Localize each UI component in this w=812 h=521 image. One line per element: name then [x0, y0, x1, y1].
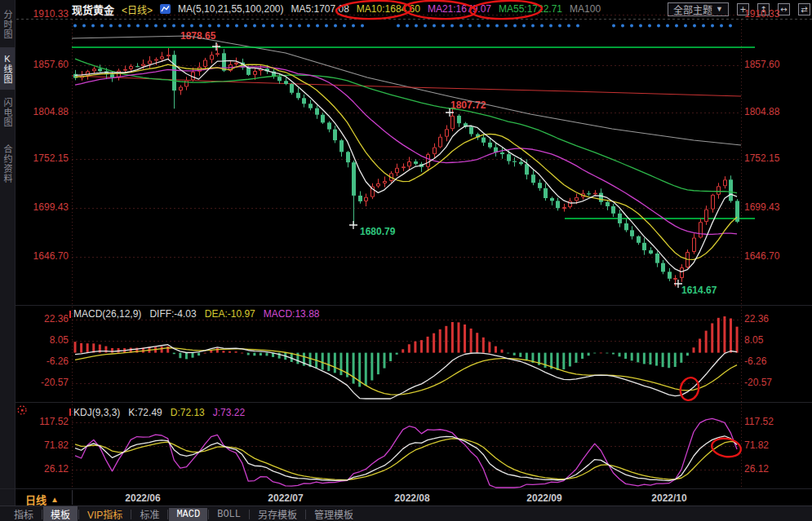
tab-save-template[interactable]: 另存模板	[251, 506, 304, 521]
ma5-value: MA5:1707.08	[291, 3, 348, 15]
macd-diff-value: DIFF:-4.03	[149, 308, 196, 320]
ma-config-label: MA(5,10,21,55,100,200)	[178, 3, 283, 15]
panel-toggle-icon[interactable]: ⇄	[798, 3, 810, 15]
x-axis-date-label: 2022/07	[253, 492, 318, 504]
tab-separator	[208, 510, 209, 519]
tab-separator	[249, 510, 250, 519]
symbol-name: 现货黄金	[72, 2, 114, 17]
y-axis-label-right: 1752.15	[744, 152, 779, 164]
sidebar-item-lightning[interactable]: 闪电图	[0, 93, 15, 132]
sidebar-item-timeshare[interactable]: 分时图	[0, 5, 15, 44]
price-annotation: 1807.72	[450, 99, 486, 111]
y-axis-label-right: 71.82	[744, 439, 769, 451]
y-axis-label-left: -6.26	[16, 355, 69, 367]
x-axis-date-label: 2022/10	[637, 492, 702, 504]
tab-boll[interactable]: BOLL	[210, 508, 248, 521]
macd-macd-value: MACD:13.88	[264, 308, 320, 320]
tab-standard[interactable]: 标准	[132, 506, 166, 521]
y-axis-label-left: 1646.70	[16, 250, 69, 262]
y-axis-label-left: 1804.88	[16, 106, 69, 117]
kdj-j-value: J:73.22	[213, 407, 245, 418]
y-axis-label-right: 1646.70	[744, 250, 779, 262]
ma10-value: MA10:1684.60	[357, 3, 420, 15]
macd-params: MACD(26,12,9)	[73, 308, 141, 320]
price-annotation: 1614.67	[681, 285, 717, 296]
chevron-down-icon: ▼	[716, 5, 723, 13]
kdj-k-value: K:72.49	[128, 407, 162, 418]
y-axis-label-right: 22.36	[744, 313, 769, 325]
chart-type-icon[interactable]	[160, 4, 171, 14]
ma55-value: MA55:1722.71	[499, 3, 562, 15]
tab-manage-templates[interactable]: 管理模板	[307, 506, 361, 521]
tab-separator	[78, 510, 79, 519]
ma100-label: MA100	[570, 3, 601, 15]
y-axis-label-left: 1699.43	[16, 201, 69, 213]
period-tag: <日线>	[122, 2, 153, 16]
y-axis-label-left: 1857.60	[16, 59, 69, 70]
tab-vip-indicators[interactable]: VIP指标	[80, 506, 130, 521]
kdj-panel-header: KDJ(9,3,3) K:72.49 D:72.13 J:73.22	[73, 407, 245, 418]
macd-panel-header: MACD(26,12,9) DIFF:-4.03 DEA:-10.97 MACD…	[73, 308, 319, 320]
tab-separator	[305, 510, 306, 519]
theme-selector-button[interactable]: 全部主题 ▼	[668, 2, 729, 16]
chart-header: 现货黄金 <日线> MA(5,10,21,55,100,200) MA5:170…	[72, 0, 810, 18]
tab-separator	[131, 510, 131, 519]
x-axis-date-label: 2022/06	[110, 492, 175, 504]
trading-app-window: 分时图 K线图 闪电图 合约资料 现货黄金 <日线> MA(5,10,21,55…	[0, 0, 812, 521]
y-axis-label-left: -20.57	[16, 377, 69, 388]
y-axis-label-left: 22.36	[16, 313, 69, 325]
left-sidebar: 分时图 K线图 闪电图 合约资料	[0, 0, 16, 506]
ma21-value: MA21:1679.07	[428, 3, 491, 15]
price-annotation: 1680.79	[360, 226, 395, 237]
price-annotation: 1878.65	[180, 30, 215, 42]
triangle-up-icon: ▲	[51, 495, 59, 504]
sidebar-item-contract-info[interactable]: 合约资料	[0, 135, 15, 192]
y-axis-label-right: 1857.60	[744, 59, 779, 70]
tab-templates[interactable]: 模板	[43, 506, 78, 521]
y-axis-label-right: -20.57	[744, 377, 772, 388]
y-axis-label-left: 117.52	[16, 416, 69, 427]
theme-button-label: 全部主题	[673, 2, 712, 16]
y-axis-label-right: 117.52	[744, 416, 774, 427]
y-axis-label-left: 1752.15	[16, 152, 69, 164]
y-axis-label-left: 71.82	[16, 439, 69, 451]
tab-macd[interactable]: MACD	[169, 508, 207, 521]
kdj-d-value: D:72.13	[171, 407, 205, 418]
y-axis-label-right: 1910.33	[744, 8, 779, 20]
macd-dea-value: DEA:-10.97	[205, 308, 255, 320]
x-axis-date-label: 2022/08	[379, 492, 445, 504]
tab-separator	[42, 510, 42, 519]
y-axis-label-left: 1910.33	[16, 8, 69, 20]
y-axis-label-right: 8.05	[744, 334, 763, 346]
y-axis-label-right: -6.26	[744, 355, 766, 367]
y-axis-label-right: 1699.43	[744, 201, 779, 213]
y-axis-label-left: 26.12	[16, 463, 69, 475]
y-axis-label-right: 26.12	[744, 463, 769, 475]
tab-indicators[interactable]: 指标	[7, 506, 41, 521]
kdj-params: KDJ(9,3,3)	[73, 407, 120, 418]
x-axis-date-label: 2022/09	[512, 492, 577, 504]
y-axis-label-left: 8.05	[16, 334, 69, 346]
sidebar-item-kline[interactable]: K线图	[0, 47, 15, 90]
y-axis-label-right: 1804.88	[744, 106, 779, 117]
tab-separator	[167, 510, 168, 519]
bottom-tab-bar: 指标 模板 VIP指标 标准 MACD BOLL 另存模板 管理模板	[0, 506, 812, 521]
